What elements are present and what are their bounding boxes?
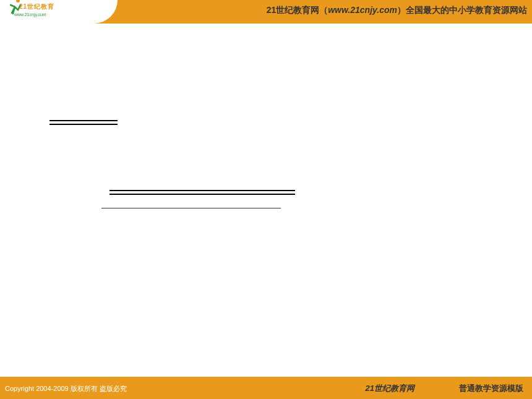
footer-template-label: 普通教学资源模版: [459, 383, 523, 394]
footer-copyright: Copyright 2004-2009 版权所有 盗版必究: [5, 384, 127, 393]
header-bar: 21世纪教育 www.21cnjy.com 21世纪教育网（www.21cnjy…: [0, 0, 532, 24]
underline-short-bottom: [49, 124, 118, 125]
logo-title: 21世纪教育: [19, 2, 54, 11]
underline-long-top: [109, 190, 295, 191]
underline-long-bottom: [109, 194, 295, 195]
footer-brand: 21世纪教育网: [366, 383, 414, 394]
header-tagline: 21世纪教育网（www.21cnjy.com）全国最大的中小学教育资源网站: [267, 5, 527, 16]
footer-bar: Copyright 2004-2009 版权所有 盗版必究 21世纪教育网 普通…: [0, 378, 532, 399]
tagline-url: www.21cnjy.com: [328, 5, 397, 15]
logo-url: www.21cnjy.com: [14, 12, 46, 17]
underline-thin: [101, 208, 281, 208]
underline-short-top: [49, 120, 118, 121]
tagline-suffix: ）全国最大的中小学教育资源网站: [397, 5, 527, 15]
site-logo: 21世纪教育 www.21cnjy.com: [2, 0, 58, 24]
tagline-prefix: 21世纪教育网（: [267, 5, 328, 15]
